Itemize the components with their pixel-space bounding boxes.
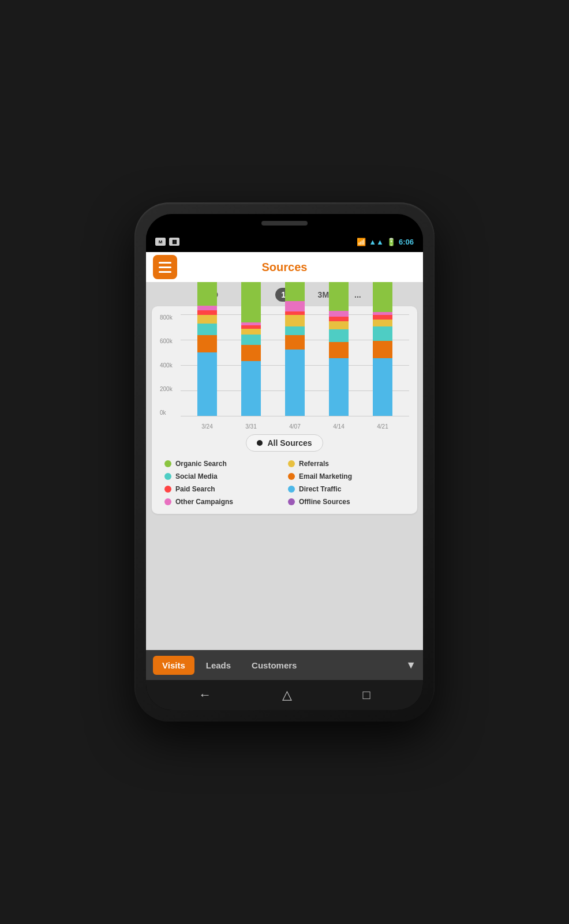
bar-paid-324: [197, 310, 217, 315]
y-label-800k: 800k: [160, 314, 181, 321]
bars-area: [181, 314, 409, 416]
back-button[interactable]: ←: [199, 688, 211, 703]
legend: Organic Search Referrals Social Media: [160, 456, 409, 508]
legend-direct-traffic: Direct Traffic: [288, 485, 405, 493]
bottom-tab-bar: Visits Leads Customers ▼: [146, 650, 423, 680]
legend-dot-paid: [164, 486, 171, 493]
bar-referrals-407: [285, 315, 305, 326]
bar-referrals-421: [373, 320, 392, 326]
status-bar: M ▦ 📶 ▲▲ 🔋 6:06: [146, 231, 423, 252]
legend-dot-referrals: [288, 460, 295, 467]
bar-email-324: [197, 335, 217, 352]
bar-organic-421: [373, 282, 392, 312]
home-button[interactable]: △: [282, 688, 292, 703]
legend-email-marketing: Email Marketing: [288, 472, 405, 480]
all-sources-button[interactable]: All Sources: [246, 434, 323, 452]
bar-group-407: [284, 282, 306, 416]
bar-paid-421: [373, 315, 392, 320]
legend-other-campaigns: Other Campaigns: [164, 498, 281, 506]
recents-button[interactable]: □: [362, 688, 370, 703]
legend-organic-search: Organic Search: [164, 460, 281, 468]
all-sources-label: All Sources: [267, 438, 312, 448]
bar-other-414: [329, 311, 349, 317]
status-right: 📶 ▲▲ 🔋 6:06: [357, 238, 414, 246]
grid-line-0k: [181, 416, 409, 416]
bar-direct-414: [329, 358, 349, 416]
bar-direct-407: [285, 350, 305, 416]
menu-line-2: [159, 266, 171, 268]
y-label-600k: 600k: [160, 338, 181, 344]
tab-visits[interactable]: Visits: [153, 656, 194, 675]
chart-container: 800k 600k 400k 200k 0k: [152, 306, 417, 514]
bar-stack-324: [197, 282, 217, 416]
legend-referrals: Referrals: [288, 460, 405, 468]
x-label-414: 4/14: [328, 423, 350, 430]
signal-icon: ▲▲: [369, 238, 384, 246]
bar-other-324: [197, 306, 217, 310]
phone-screen: M ▦ 📶 ▲▲ 🔋 6:06 Sources: [146, 214, 423, 710]
legend-paid-search: Paid Search: [164, 485, 281, 493]
x-axis: 3/24 3/31 4/07 4/14 4/21: [181, 423, 409, 430]
all-sources-dot: [257, 440, 263, 446]
legend-label-social: Social Media: [175, 472, 218, 480]
bar-other-407: [285, 301, 305, 311]
battery-icon: 🔋: [387, 238, 396, 246]
legend-label-email: Email Marketing: [299, 472, 352, 480]
bar-stack-407: [285, 282, 305, 416]
phone-frame: M ▦ 📶 ▲▲ 🔋 6:06 Sources: [134, 202, 435, 722]
legend-label-referrals: Referrals: [299, 460, 329, 468]
bar-direct-324: [197, 352, 217, 416]
legend-label-organic: Organic Search: [175, 460, 227, 468]
bar-email-407: [285, 335, 305, 350]
bar-direct-331: [241, 361, 261, 416]
bar-organic-414: [329, 282, 349, 311]
speaker: [261, 221, 308, 226]
bar-stack-414: [329, 282, 349, 416]
photo-icon: ▦: [169, 238, 179, 246]
bar-social-414: [329, 329, 349, 342]
y-label-0k: 0k: [160, 410, 181, 416]
bar-group-421: [372, 282, 394, 416]
wifi-icon: 📶: [357, 238, 366, 246]
bar-referrals-414: [329, 321, 349, 329]
x-label-407: 4/07: [284, 423, 306, 430]
legend-dot-other: [164, 498, 171, 505]
bar-direct-421: [373, 358, 392, 416]
bar-organic-324: [197, 282, 217, 306]
legend-label-paid: Paid Search: [175, 485, 215, 493]
bar-email-331: [241, 345, 261, 361]
bar-group-331: [240, 282, 262, 416]
legend-dot-email: [288, 473, 295, 480]
bar-paid-414: [329, 317, 349, 321]
legend-offline-sources: Offline Sources: [288, 498, 405, 506]
android-nav-bar: ← △ □: [146, 680, 423, 710]
y-label-200k: 200k: [160, 386, 181, 392]
menu-button[interactable]: [153, 255, 177, 279]
bar-group-324: [196, 282, 218, 416]
bar-email-421: [373, 341, 392, 358]
y-label-400k: 400k: [160, 362, 181, 369]
legend-dot-offline: [288, 498, 295, 505]
tab-leads[interactable]: Leads: [197, 656, 240, 675]
y-axis: 800k 600k 400k 200k 0k: [160, 314, 181, 416]
legend-label-offline: Offline Sources: [299, 498, 350, 506]
bar-social-407: [285, 326, 305, 335]
bar-email-414: [329, 342, 349, 358]
bar-group-414: [328, 282, 350, 416]
chart-area: 800k 600k 400k 200k 0k: [160, 314, 409, 430]
tab-customers[interactable]: Customers: [242, 656, 306, 675]
bar-referrals-331: [241, 329, 261, 335]
top-bar: Sources: [146, 252, 423, 282]
status-left: M ▦: [155, 238, 179, 246]
tab-more[interactable]: ...: [349, 288, 367, 302]
menu-line-1: [159, 262, 171, 264]
bar-social-421: [373, 326, 392, 341]
bar-social-324: [197, 324, 217, 335]
x-label-421: 4/21: [372, 423, 394, 430]
menu-line-3: [159, 271, 171, 273]
legend-dot-direct: [288, 486, 295, 493]
filter-icon[interactable]: ▼: [406, 659, 416, 671]
legend-label-other: Other Campaigns: [175, 498, 233, 506]
page-title: Sources: [262, 261, 308, 274]
all-sources-section: All Sources: [160, 434, 409, 452]
